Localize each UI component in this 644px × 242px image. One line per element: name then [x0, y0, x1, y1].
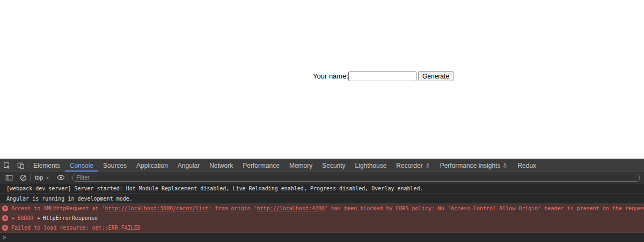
name-form: Your name: Generate [313, 71, 453, 81]
console-message-angular: Angular is running in development mode. [0, 194, 644, 204]
tab-application[interactable]: Application [131, 159, 173, 172]
tab-network[interactable]: Network [204, 159, 238, 172]
console-sidebar-icon[interactable] [2, 174, 16, 181]
tab-performance-insights[interactable]: Performance insights [435, 159, 513, 172]
devtools-tabbar: Elements Console Sources Application Ang… [0, 159, 644, 172]
separator [68, 174, 68, 181]
error-object-name: HttpErrorResponse [43, 215, 98, 221]
name-input[interactable] [348, 72, 416, 81]
error-circle-icon: ✕ [2, 225, 8, 231]
error-tag: ERROR [17, 215, 33, 221]
inspect-element-icon[interactable] [0, 159, 14, 172]
javascript-context-selector[interactable]: top ▼ [31, 174, 54, 181]
tab-sources[interactable]: Sources [98, 159, 131, 172]
tab-redux[interactable]: Redux [513, 159, 541, 172]
page-area: Your name: Generate [0, 0, 644, 159]
tab-console[interactable]: Console [65, 159, 98, 172]
console-log: [webpack-dev-server] Server started: Hot… [0, 183, 644, 242]
error-url-link[interactable]: http://localhost:3000/cards/list [105, 205, 209, 211]
chevron-down-icon: ▼ [46, 176, 49, 180]
devtools-panel: Elements Console Sources Application Ang… [0, 159, 644, 242]
tab-memory[interactable]: Memory [284, 159, 317, 172]
clear-console-icon[interactable] [16, 174, 30, 181]
console-error-net: ✕ Failed to load resource: net::ERR_FAIL… [0, 223, 644, 233]
console-error-http: ✕ ▶ ERROR ▶ HttpErrorResponse [0, 213, 644, 223]
tab-performance[interactable]: Performance [238, 159, 284, 172]
console-prompt[interactable]: > [0, 233, 644, 242]
console-filter-input[interactable] [72, 174, 640, 182]
tab-security[interactable]: Security [317, 159, 350, 172]
console-error-cors: ✕ Access to XMLHttpRequest at 'http://lo… [0, 204, 644, 213]
tab-angular[interactable]: Angular [173, 159, 204, 172]
error-circle-icon: ✕ [2, 215, 8, 221]
error-url-link[interactable]: http://localhost:4200 [257, 205, 325, 211]
tab-elements[interactable]: Elements [28, 159, 65, 172]
live-expression-eye-icon[interactable] [54, 174, 68, 181]
experiment-flask-icon [502, 162, 508, 169]
tab-lighthouse[interactable]: Lighthouse [350, 159, 392, 172]
tab-recorder[interactable]: Recorder [391, 159, 435, 172]
console-prompt-chevron-icon: > [3, 234, 6, 241]
console-toolbar: top ▼ [0, 172, 644, 183]
expand-triangle-icon[interactable]: ▶ [38, 216, 40, 220]
error-circle-icon: ✕ [2, 205, 8, 211]
device-toolbar-icon[interactable] [14, 159, 28, 172]
experiment-flask-icon [425, 162, 430, 169]
generate-button[interactable]: Generate [418, 71, 453, 81]
expand-triangle-icon[interactable]: ▶ [12, 216, 14, 220]
console-message-webpack: [webpack-dev-server] Server started: Hot… [0, 183, 644, 194]
name-label: Your name: [313, 72, 348, 80]
